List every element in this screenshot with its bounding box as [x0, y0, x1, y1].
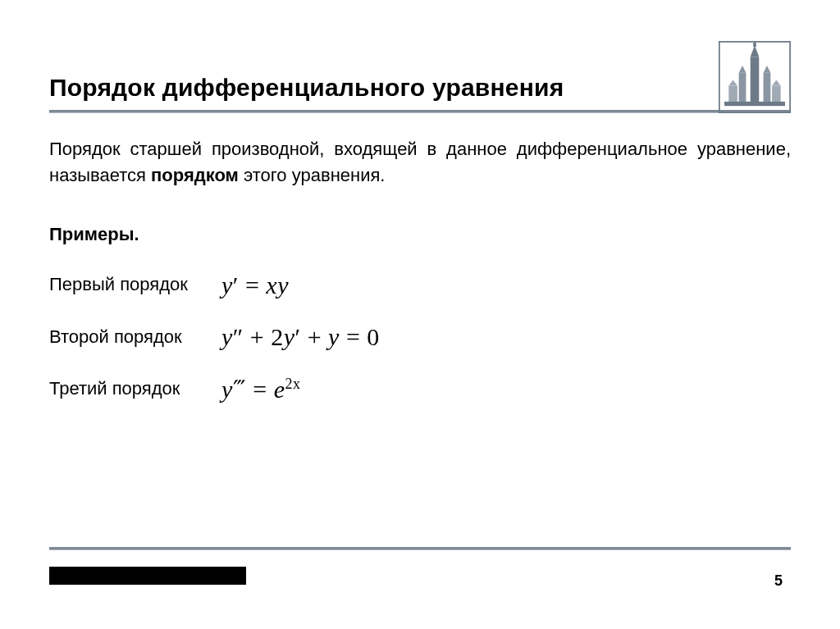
slide: Порядок дифференциального уравнения [0, 0, 840, 629]
svg-rect-4 [739, 73, 746, 105]
svg-marker-9 [728, 80, 737, 86]
svg-marker-7 [764, 66, 771, 73]
divider-top [49, 110, 791, 113]
svg-marker-5 [739, 66, 746, 73]
svg-rect-3 [753, 43, 756, 47]
formula-second-order: y″ + 2y′ + y = 0 [221, 319, 380, 355]
svg-rect-6 [764, 73, 771, 105]
svg-marker-11 [772, 80, 781, 86]
examples-heading: Примеры. [49, 221, 791, 248]
examples-list: Первый порядок y′ = xy Второй порядок y″… [49, 267, 791, 408]
definition-bold: порядком [151, 165, 239, 185]
formula-third-order: y‴ = e2x [221, 371, 301, 408]
slide-title: Порядок дифференциального уравнения [49, 74, 564, 102]
svg-rect-1 [751, 57, 760, 104]
example-label: Второй порядок [49, 324, 221, 350]
example-row-1: Первый порядок y′ = xy [49, 267, 791, 303]
example-label: Третий порядок [49, 376, 221, 402]
svg-marker-2 [751, 45, 760, 57]
example-label: Первый порядок [49, 271, 221, 298]
footer-redaction-bar [49, 567, 246, 585]
definition-text: Порядок старшей производной, входящей в … [49, 136, 791, 189]
slide-body: Порядок старшей производной, входящей в … [49, 136, 791, 407]
header: Порядок дифференциального уравнения [49, 41, 791, 102]
formula-first-order: y′ = xy [221, 267, 289, 303]
page-number: 5 [774, 572, 783, 590]
example-row-3: Третий порядок y‴ = e2x [49, 371, 791, 408]
divider-bottom [49, 547, 791, 550]
definition-post: этого уравнения. [239, 165, 386, 185]
example-row-2: Второй порядок y″ + 2y′ + y = 0 [49, 319, 791, 355]
svg-rect-12 [724, 102, 785, 106]
msu-building-icon [719, 41, 791, 113]
